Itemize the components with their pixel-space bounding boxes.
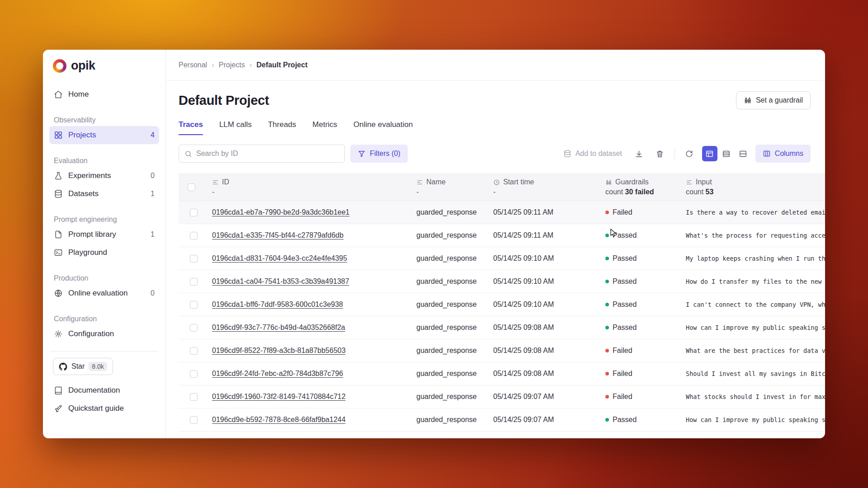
export-button[interactable] bbox=[631, 145, 647, 162]
row-checkbox[interactable] bbox=[190, 255, 198, 263]
table-row[interactable]: 0196cda1-bff6-7ddf-9583-600c01c3e938guar… bbox=[179, 293, 825, 316]
column-header-id[interactable]: ID bbox=[222, 178, 229, 186]
sidebar-section-evaluation: Evaluation bbox=[54, 154, 155, 165]
sidebar-item-prompt-library[interactable]: Prompt library1 bbox=[49, 225, 159, 244]
trace-id-link[interactable]: 0196cda1-e335-7f45-bf44-c27879afd6db bbox=[212, 231, 344, 239]
view-rows-button[interactable] bbox=[736, 146, 751, 161]
column-header-input[interactable]: Input bbox=[696, 178, 712, 186]
input-preview: I can't connect to the company VPN, what… bbox=[678, 301, 825, 308]
guardrail-status: Passed bbox=[613, 277, 637, 286]
table-row[interactable]: 0196cd9f-93c7-776c-b49d-4a0352668f2aguar… bbox=[179, 316, 825, 339]
column-header-guardrails[interactable]: Guardrails bbox=[615, 178, 649, 186]
search-input-wrapper[interactable] bbox=[179, 145, 345, 163]
set-guardrail-button[interactable]: Set a guardrail bbox=[736, 91, 811, 109]
table-row[interactable]: 0196cd9f-8522-7f89-a3cb-81a87bb56503guar… bbox=[179, 339, 825, 362]
guardrail-cell: Passed bbox=[597, 277, 678, 286]
star-label: Star bbox=[71, 362, 85, 371]
table-row[interactable]: 0196cd9f-24fd-7ebc-a2f0-784d3b87c796guar… bbox=[179, 362, 825, 385]
sidebar-item-home[interactable]: Home bbox=[49, 85, 159, 103]
table-row[interactable]: 0196cd9e-b592-7878-8ce8-66faf9ba1244guar… bbox=[179, 408, 825, 432]
trace-name: guarded_response bbox=[408, 208, 485, 216]
table-row[interactable]: 0196cda1-ca04-7541-b353-c3b39a491387guar… bbox=[179, 270, 825, 293]
trace-id-link[interactable]: 0196cda1-ca04-7541-b353-c3b39a491387 bbox=[212, 277, 349, 285]
sidebar-item-configuration[interactable]: Configuration bbox=[49, 325, 159, 343]
sidebar-item-online-evaluation[interactable]: Online evaluation0 bbox=[49, 284, 159, 302]
github-star-button[interactable]: Star8.0k bbox=[53, 358, 113, 375]
trace-id-link[interactable]: 0196cd9f-1960-73f2-8149-74170884c712 bbox=[212, 393, 345, 400]
row-checkbox[interactable] bbox=[190, 278, 198, 286]
status-dot bbox=[605, 303, 609, 306]
sidebar-item-datasets[interactable]: Datasets1 bbox=[49, 185, 159, 203]
row-checkbox[interactable] bbox=[190, 324, 198, 332]
table-row[interactable]: 0196cd9f-1960-73f2-8149-74170884c712guar… bbox=[179, 385, 825, 408]
breadcrumb-item-personal[interactable]: Personal bbox=[179, 61, 207, 69]
status-dot bbox=[605, 234, 609, 237]
breadcrumb-item-projects[interactable]: Projects bbox=[219, 61, 245, 69]
input-preview: How can I improve my public speaking ski… bbox=[678, 416, 825, 423]
sidebar-item-experiments[interactable]: Experiments0 bbox=[49, 167, 159, 185]
trace-id-link[interactable]: 0196cda1-d831-7604-94e3-cc24e4fe4395 bbox=[212, 254, 347, 262]
tab-traces[interactable]: Traces bbox=[179, 120, 203, 135]
tab-metrics[interactable]: Metrics bbox=[312, 120, 337, 135]
view-table-button[interactable] bbox=[702, 146, 717, 161]
tabs: TracesLLM callsThreadsMetricsOnline eval… bbox=[179, 120, 811, 136]
trace-id-link[interactable]: 0196cd9f-8522-7f89-a3cb-81a87bb56503 bbox=[212, 347, 345, 354]
sidebar-item-playground[interactable]: Playground bbox=[49, 244, 159, 262]
trash-icon bbox=[656, 150, 664, 158]
rocket-icon bbox=[54, 404, 63, 413]
delete-button[interactable] bbox=[652, 145, 668, 162]
row-checkbox[interactable] bbox=[190, 393, 198, 401]
table-view-icon bbox=[705, 150, 714, 158]
guardrail-status: Passed bbox=[613, 254, 637, 263]
row-checkbox[interactable] bbox=[190, 232, 198, 239]
select-all-checkbox[interactable] bbox=[188, 183, 195, 191]
trace-name: guarded_response bbox=[408, 254, 485, 263]
row-checkbox[interactable] bbox=[190, 416, 198, 424]
guardrail-status: Passed bbox=[613, 324, 637, 332]
row-checkbox[interactable] bbox=[190, 347, 198, 355]
column-sub-name: - bbox=[416, 188, 481, 196]
row-checkbox[interactable] bbox=[190, 370, 198, 378]
sidebar-item-projects[interactable]: Projects4 bbox=[49, 126, 159, 144]
trace-id-link[interactable]: 0196cda1-eb7a-7990-be2d-9a3dc36b1ee1 bbox=[212, 208, 349, 216]
sidebar-section-observability: Observability bbox=[54, 113, 155, 124]
sidebar-item-label: Home bbox=[68, 90, 89, 99]
tab-llm-calls[interactable]: LLM calls bbox=[219, 120, 252, 135]
input-preview: My laptop keeps crashing when I run the … bbox=[678, 255, 825, 262]
table-header: ID - Name - Start time - Guardrails coun… bbox=[179, 174, 825, 201]
sidebar-section-configuration: Configuration bbox=[54, 312, 155, 323]
column-header-start-time[interactable]: Start time bbox=[503, 178, 534, 186]
sidebar-item-documentation[interactable]: Documentation bbox=[49, 381, 159, 399]
breadcrumb-item-default-project[interactable]: Default Project bbox=[256, 61, 307, 69]
sidebar-item-quickstart-guide[interactable]: Quickstart guide bbox=[49, 399, 159, 418]
trace-start-time: 05/14/25 09:08 AM bbox=[485, 370, 597, 378]
tab-threads[interactable]: Threads bbox=[268, 120, 296, 135]
table-row[interactable]: 0196cda1-d831-7604-94e3-cc24e4fe4395guar… bbox=[179, 247, 825, 270]
trace-id-link[interactable]: 0196cd9e-b592-7878-8ce8-66faf9ba1244 bbox=[212, 416, 345, 423]
guardrail-status: Passed bbox=[613, 300, 637, 309]
tab-online-evaluation[interactable]: Online evaluation bbox=[354, 120, 413, 135]
sidebar-item-label: Documentation bbox=[68, 386, 120, 395]
filters-button[interactable]: Filters (0) bbox=[350, 145, 408, 163]
search-input[interactable] bbox=[196, 150, 339, 158]
trace-id-link[interactable]: 0196cda1-bff6-7ddf-9583-600c01c3e938 bbox=[212, 300, 343, 308]
book-icon bbox=[54, 386, 63, 395]
guardrail-status: Passed bbox=[613, 231, 637, 239]
columns-button[interactable]: Columns bbox=[755, 145, 811, 163]
status-dot bbox=[605, 349, 609, 352]
table-row[interactable]: 0196cda1-e335-7f45-bf44-c27879afd6dbguar… bbox=[179, 224, 825, 247]
app-logo[interactable]: opik bbox=[49, 59, 159, 79]
input-preview: How do I transfer my files to the new cl… bbox=[678, 278, 825, 285]
row-checkbox[interactable] bbox=[190, 301, 198, 309]
refresh-button[interactable] bbox=[681, 145, 698, 162]
dataset-icon bbox=[563, 150, 571, 158]
column-header-name[interactable]: Name bbox=[426, 178, 446, 186]
table-row[interactable]: 0196cda1-eb7a-7990-be2d-9a3dc36b1ee1guar… bbox=[179, 201, 825, 224]
trace-id-link[interactable]: 0196cd9f-93c7-776c-b49d-4a0352668f2a bbox=[212, 324, 345, 331]
view-list-button[interactable] bbox=[719, 146, 734, 161]
guardrail-cell: Failed bbox=[597, 347, 678, 355]
flask-icon bbox=[54, 171, 63, 180]
trace-id-link[interactable]: 0196cd9f-24fd-7ebc-a2f0-784d3b87c796 bbox=[212, 370, 343, 377]
row-checkbox[interactable] bbox=[190, 209, 198, 216]
add-to-dataset-button[interactable]: Add to dataset bbox=[559, 145, 627, 163]
